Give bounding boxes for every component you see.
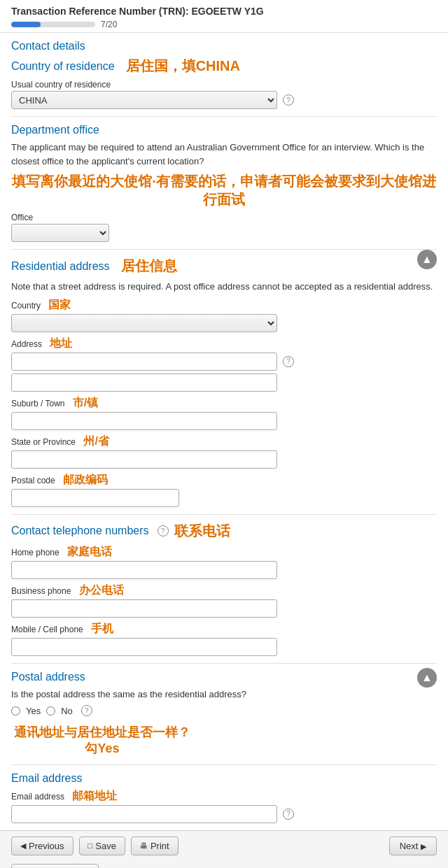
footer-row2: ▸ Go to my account <box>0 861 448 868</box>
contact-phone-title: Contact telephone numbers <box>11 525 149 537</box>
residential-description: Note that a street address is required. … <box>11 280 437 294</box>
res-state-input[interactable] <box>11 450 277 469</box>
res-address-annotation: 地址 <box>50 337 72 349</box>
postal-annotation: 通讯地址与居住地址是否一样？勾Yes <box>11 725 193 757</box>
res-address-row: ? <box>11 353 437 371</box>
progress-bar-bg <box>11 22 95 27</box>
email-annotation: 邮箱地址 <box>72 790 117 802</box>
mobile-phone-input[interactable] <box>11 638 277 656</box>
postal-address-section: Postal address ▲ Is the postal address t… <box>0 664 448 764</box>
res-suburb-annotation: 市/镇 <box>73 397 98 408</box>
save-icon: □ <box>88 841 93 850</box>
department-office-description: The applicant may be required to attend … <box>11 141 437 168</box>
print-icon: 🖶 <box>140 841 148 850</box>
department-office-annotation: 填写离你最近的大使馆·有需要的话，申请者可能会被要求到大使馆进行面试 <box>11 172 437 208</box>
country-annotation: 居住国，填CHINA <box>126 57 240 76</box>
footer: ◀ Previous □ Save 🖶 Print Next ▶ <box>0 830 448 861</box>
postal-help-icon[interactable]: ? <box>81 705 92 716</box>
res-suburb-label: Suburb / Town 市/镇 <box>11 396 437 411</box>
postal-radio-row: Yes No ? <box>11 705 246 716</box>
postal-no-label: No <box>61 706 73 716</box>
country-residence-title: Country of residence <box>11 60 115 73</box>
office-field-label: Office <box>11 213 437 222</box>
progress-text: 7/20 <box>101 20 117 29</box>
address-help-icon[interactable]: ? <box>283 356 294 367</box>
office-select[interactable] <box>11 224 109 242</box>
res-address-input[interactable] <box>11 353 277 371</box>
department-office-title: Department office <box>11 124 437 136</box>
print-button[interactable]: 🖶 Print <box>131 837 178 855</box>
res-country-label: Country 国家 <box>11 298 437 313</box>
postal-scroll-up[interactable]: ▲ <box>417 668 437 688</box>
postal-address-title: Postal address <box>11 671 437 683</box>
scroll-up-button[interactable]: ▲ <box>417 250 437 269</box>
country-select[interactable]: CHINA <box>11 91 277 109</box>
postal-no-radio[interactable] <box>46 706 55 716</box>
email-input-row: ? <box>11 805 437 823</box>
contact-phone-annotation: 联系电话 <box>174 522 230 541</box>
contact-details-section: Contact details Country of residence 居住国… <box>0 33 448 116</box>
home-phone-annotation: 家庭电话 <box>67 546 112 557</box>
res-suburb-input[interactable] <box>11 412 277 430</box>
res-address-label: Address 地址 <box>11 336 437 351</box>
email-input[interactable] <box>11 805 277 823</box>
res-state-label: State or Province 州/省 <box>11 434 437 449</box>
home-phone-input[interactable] <box>11 561 277 579</box>
save-button[interactable]: □ Save <box>79 837 125 855</box>
progress-bar-fill <box>11 22 41 27</box>
res-postal-input[interactable] <box>11 489 179 507</box>
page-wrapper: Transaction Reference Number (TRN): EGOE… <box>0 0 448 868</box>
contact-details-title: Contact details <box>11 40 437 52</box>
header: Transaction Reference Number (TRN): EGOE… <box>0 0 448 33</box>
business-phone-annotation: 办公电话 <box>79 584 124 596</box>
residential-address-section: Residential address 居住信息 ▲ Note that a s… <box>0 250 448 514</box>
res-state-annotation: 州/省 <box>83 435 108 447</box>
email-help-icon[interactable]: ? <box>283 809 294 820</box>
email-address-title: Email address <box>11 772 82 785</box>
previous-button[interactable]: ◀ Previous <box>11 837 74 855</box>
page-title: Transaction Reference Number (TRN): EGOE… <box>11 6 437 17</box>
res-postal-label: Postal code 邮政编码 <box>11 473 437 488</box>
country-field-label: Usual country of residence <box>11 80 437 90</box>
business-phone-label: Business phone 办公电话 <box>11 583 437 598</box>
progress-row: 7/20 <box>11 20 437 29</box>
res-postal-annotation: 邮政编码 <box>63 474 108 485</box>
mobile-phone-label: Mobile / Cell phone 手机 <box>11 622 437 636</box>
home-phone-label: Home phone 家庭电话 <box>11 545 437 560</box>
phone-help-icon[interactable]: ? <box>158 525 169 536</box>
contact-phone-section: Contact telephone numbers ? 联系电话 Home ph… <box>0 515 448 663</box>
department-office-section: Department office The applicant may be r… <box>0 117 448 249</box>
country-help-icon[interactable]: ? <box>283 94 294 106</box>
email-field-label: Email address 邮箱地址 <box>11 789 437 804</box>
res-country-select[interactable] <box>11 314 277 332</box>
next-button[interactable]: Next ▶ <box>389 837 437 855</box>
business-phone-input[interactable] <box>11 599 277 618</box>
country-input-row: CHINA ? <box>11 91 437 109</box>
email-address-section: Email address Email address 邮箱地址 ? <box>0 765 448 830</box>
country-of-residence-block: Country of residence 居住国，填CHINA Usual co… <box>11 57 437 109</box>
postal-description: Is the postal address the same as the re… <box>11 688 246 717</box>
residential-address-title: Residential address <box>11 260 110 273</box>
postal-yes-label: Yes <box>26 706 41 716</box>
next-icon: ▶ <box>421 842 426 851</box>
previous-icon: ◀ <box>20 841 26 851</box>
res-address-input2[interactable] <box>11 373 277 392</box>
postal-description-row: Is the postal address the same as the re… <box>11 688 437 757</box>
mobile-phone-annotation: 手机 <box>91 622 113 634</box>
postal-yes-radio[interactable] <box>11 706 20 716</box>
account-button[interactable]: ▸ Go to my account <box>11 864 99 868</box>
res-country-annotation: 国家 <box>48 299 71 311</box>
residential-annotation: 居住信息 <box>121 257 177 276</box>
